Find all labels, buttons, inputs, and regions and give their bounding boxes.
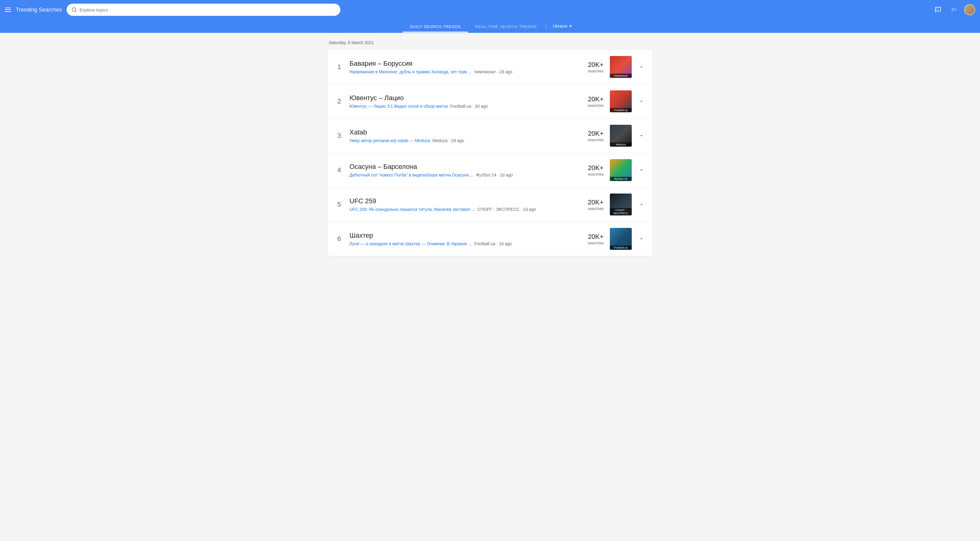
expand-button[interactable] <box>638 99 645 104</box>
tabs-divider: | <box>546 23 547 30</box>
thumbnail-label: Football.ua <box>610 245 632 250</box>
trend-count: 20K+ searches <box>588 61 604 73</box>
trend-rank: 6 <box>335 235 344 243</box>
trend-subtitle-link[interactable]: Лучи — о скандале в матче Шахтер — Олимп… <box>350 241 472 246</box>
expand-button[interactable] <box>638 64 645 70</box>
trend-subtitle-link[interactable]: Ювентус — Лацио 3:1 Видео голов и обзор … <box>350 104 448 109</box>
trend-source: СПОРТ - ЭКСПРЕСС · 1d ago <box>477 207 536 212</box>
trend-thumbnail: Футбол 24 <box>610 159 632 181</box>
trend-rank: 5 <box>335 200 344 208</box>
trend-source: Чемпионат · 2d ago <box>474 69 512 74</box>
trend-count: 20K+ searches <box>588 233 604 245</box>
country-selector[interactable]: Ukraine ▼ <box>548 19 577 33</box>
trend-info: Осасуна – Барселона Дебютный гол "нового… <box>350 163 582 177</box>
trend-title: UFC 259 <box>350 197 582 205</box>
expand-button[interactable] <box>638 167 645 173</box>
trend-subtitle: Умер автор репаков игр xatab — Meduza Me… <box>350 138 582 143</box>
svg-rect-3 <box>938 9 939 10</box>
trend-subtitle-link[interactable]: Умер автор репаков игр xatab — Meduza <box>350 138 430 143</box>
trend-count-label: searches <box>588 172 604 177</box>
date-label: Saturday, 6 March 2021 <box>328 40 652 45</box>
tab-daily[interactable]: DAILY SEARCH TRENDS <box>403 20 468 33</box>
header: Trending Searches <box>0 0 980 19</box>
trend-item[interactable]: 3 Xatab Умер автор репаков игр xatab — M… <box>328 119 652 153</box>
trend-rank: 3 <box>335 132 344 140</box>
trend-item[interactable]: 6 Шахтер Лучи — о скандале в матче Шахте… <box>328 222 652 256</box>
chevron-down-icon: ▼ <box>569 24 573 28</box>
trend-title: Осасуна – Барселона <box>350 163 582 171</box>
country-label: Ukraine <box>553 24 568 29</box>
avatar[interactable] <box>964 4 975 15</box>
trend-item[interactable]: 5 UFC 259 UFC 259: Ян скандально лишился… <box>328 188 652 222</box>
trend-item[interactable]: 2 Ювентус – Лацио Ювентус — Лацио 3:1 Ви… <box>328 84 652 119</box>
trend-count: 20K+ searches <box>588 198 604 211</box>
search-bar[interactable] <box>67 4 340 16</box>
trend-thumbnail: Meduza <box>610 125 632 146</box>
trend-count-label: searches <box>588 69 604 73</box>
trend-rank: 1 <box>335 63 344 71</box>
expand-button[interactable] <box>638 133 645 138</box>
trend-info: Бавария – Боруссия Напряжение в Мюнхене:… <box>350 60 582 74</box>
trend-count: 20K+ searches <box>588 164 604 177</box>
header-left: Trending Searches <box>5 7 62 13</box>
trend-count-number: 20K+ <box>588 130 604 137</box>
trend-count-label: searches <box>588 103 604 108</box>
trend-source: Meduza · 2d ago <box>433 138 464 143</box>
tabs-bar: DAILY SEARCH TRENDS REAL-TIME SEARCH TRE… <box>0 19 980 33</box>
menu-icon[interactable] <box>5 8 11 12</box>
trend-title: Шахтер <box>350 232 582 239</box>
trend-count-number: 20K+ <box>588 233 604 241</box>
trend-source: Футбол 24 · 1d ago <box>476 172 513 177</box>
main-content: Saturday, 6 March 2021 1 Бавария – Борус… <box>323 33 657 263</box>
trend-title: Ювентус – Лацио <box>350 94 582 102</box>
trend-count-label: searches <box>588 241 604 245</box>
trend-source: Football.ua · 2d ago <box>450 104 488 109</box>
trend-info: Ювентус – Лацио Ювентус — Лацио 3:1 Виде… <box>350 94 582 109</box>
chat-icon[interactable] <box>932 4 943 15</box>
trend-subtitle: Лучи — о скандале в матче Шахтер — Олимп… <box>350 241 582 246</box>
search-icon <box>72 7 77 13</box>
trend-count-number: 20K+ <box>588 164 604 172</box>
header-right <box>932 4 975 15</box>
trend-info: UFC 259 UFC 259: Ян скандально лишился т… <box>350 197 582 212</box>
trends-card: 1 Бавария – Боруссия Напряжение в Мюнхен… <box>328 50 652 256</box>
thumbnail-label: СПОРТ - ЭКСПРЕСС <box>610 208 632 215</box>
trend-count-label: searches <box>588 206 604 211</box>
app-title: Trending Searches <box>16 7 62 13</box>
trend-count-number: 20K+ <box>588 61 604 69</box>
trend-title: Бавария – Боруссия <box>350 60 582 68</box>
trend-subtitle: Ювентус — Лацио 3:1 Видео голов и обзор … <box>350 104 582 109</box>
trend-title: Xatab <box>350 129 582 136</box>
trend-thumbnail: СПОРТ - ЭКСПРЕСС <box>610 194 632 215</box>
tab-realtime[interactable]: REAL-TIME SEARCH TRENDS <box>468 20 544 33</box>
trend-count: 20K+ searches <box>588 130 604 142</box>
search-input[interactable] <box>80 7 336 13</box>
trend-rank: 2 <box>335 97 344 105</box>
trend-thumbnail: Football.ua <box>610 91 632 112</box>
trend-source: Football.ua · 1d ago <box>474 241 512 246</box>
trend-subtitle-link[interactable]: UFC 259: Ян скандально лишился титула, М… <box>350 207 475 212</box>
trend-subtitle: Дебютный гол "нового Погба" в видеообзор… <box>350 172 582 177</box>
trend-subtitle-link[interactable]: Напряжение в Мюнхене: дубль и травма Хол… <box>350 69 472 74</box>
expand-button[interactable] <box>638 202 645 207</box>
apps-icon[interactable] <box>948 4 959 15</box>
trend-count: 20K+ searches <box>588 95 604 108</box>
expand-button[interactable] <box>638 236 645 242</box>
trend-subtitle-link[interactable]: Дебютный гол "нового Погба" в видеообзор… <box>350 172 473 177</box>
trend-item[interactable]: 1 Бавария – Боруссия Напряжение в Мюнхен… <box>328 50 652 84</box>
trend-rank: 4 <box>335 166 344 174</box>
trend-thumbnail: Football.ua <box>610 228 632 250</box>
svg-rect-4 <box>936 9 937 10</box>
trend-count-label: searches <box>588 137 604 142</box>
svg-rect-2 <box>937 9 938 10</box>
trend-info: Шахтер Лучи — о скандале в матче Шахтер … <box>350 232 582 246</box>
trend-subtitle: Напряжение в Мюнхене: дубль и травма Хол… <box>350 69 582 74</box>
svg-line-1 <box>75 11 76 11</box>
thumbnail-label: Футбол 24 <box>610 177 632 181</box>
trend-thumbnail: Чемпионат <box>610 56 632 78</box>
thumbnail-label: Meduza <box>610 142 632 146</box>
trend-subtitle: UFC 259: Ян скандально лишился титула, М… <box>350 207 582 212</box>
trend-item[interactable]: 4 Осасуна – Барселона Дебютный гол "ново… <box>328 153 652 188</box>
trend-count-number: 20K+ <box>588 198 604 206</box>
thumbnail-label: Чемпионат <box>610 74 632 78</box>
